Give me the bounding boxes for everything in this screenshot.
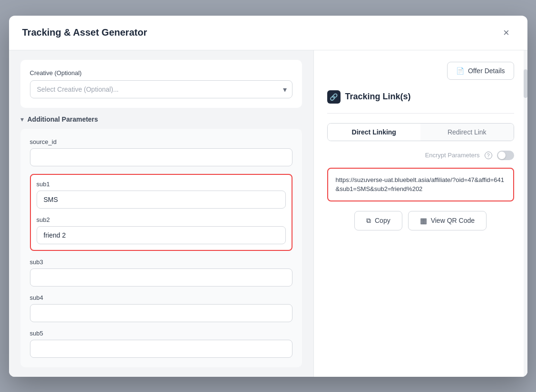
url-text: https://suzuverse-uat.bluebelt.asia/affi… (336, 176, 504, 193)
sub4-label: sub4 (30, 294, 292, 301)
sub5-label: sub5 (30, 330, 292, 337)
action-buttons: ⧉ Copy ▦ View QR Code (327, 211, 514, 230)
offer-details-label: Offer Details (468, 67, 505, 75)
sub1-sub2-highlighted: sub1 sub2 (30, 174, 292, 251)
modal-body: Creative (Optional) Select Creative (Opt… (9, 50, 527, 377)
tracking-links-section: 🔗 Tracking Link(s) Direct Linking Redire… (327, 90, 514, 230)
help-icon[interactable]: ? (485, 152, 492, 159)
close-button[interactable]: × (499, 25, 514, 40)
sub2-label: sub2 (37, 216, 286, 223)
copy-icon: ⧉ (366, 217, 371, 225)
encrypt-label: Encrypt Parameters (425, 152, 480, 159)
sub3-group: sub3 (30, 258, 292, 287)
toggle-thumb (498, 152, 506, 159)
modal: Tracking & Asset Generator × Creative (O… (9, 16, 527, 377)
left-panel: Creative (Optional) Select Creative (Opt… (9, 50, 313, 377)
sub4-input[interactable] (30, 304, 292, 322)
scrollbar-thumb (524, 69, 527, 98)
right-panel: 📄 Offer Details 🔗 Tracking Link(s) Direc… (313, 50, 527, 377)
tracking-links-title: Tracking Link(s) (345, 92, 411, 102)
copy-button[interactable]: ⧉ Copy (354, 211, 402, 230)
copy-label: Copy (375, 217, 390, 224)
source-id-group: source_id (30, 138, 292, 166)
offer-details-button[interactable]: 📄 Offer Details (447, 62, 514, 80)
chevron-icon: ▾ (20, 115, 24, 123)
sub2-input[interactable] (37, 226, 286, 244)
sub1-input[interactable] (37, 191, 286, 209)
url-box: https://suzuverse-uat.bluebelt.asia/affi… (327, 168, 514, 201)
creative-select[interactable]: Select Creative (Optional)... (30, 80, 292, 98)
additional-params-label: Additional Parameters (28, 115, 98, 123)
view-qr-button[interactable]: ▦ View QR Code (408, 211, 487, 230)
divider (327, 113, 514, 114)
file-icon: 📄 (456, 67, 464, 75)
sub5-group: sub5 (30, 330, 292, 358)
source-id-input[interactable] (30, 148, 292, 166)
creative-section: Creative (Optional) Select Creative (Opt… (20, 60, 302, 108)
scrollbar-track[interactable] (524, 50, 527, 377)
sub1-group: sub1 (37, 181, 286, 209)
encrypt-row: Encrypt Parameters ? (327, 151, 514, 160)
additional-params-toggle[interactable]: ▾ Additional Parameters (20, 108, 302, 129)
modal-header: Tracking & Asset Generator × (9, 16, 527, 50)
sub3-label: sub3 (30, 258, 292, 266)
link-icon: 🔗 (327, 90, 341, 104)
tab-direct-linking[interactable]: Direct Linking (328, 124, 421, 141)
sub4-group: sub4 (30, 294, 292, 322)
qr-icon: ▦ (420, 216, 427, 225)
source-id-label: source_id (30, 138, 292, 145)
sub2-group: sub2 (37, 216, 286, 244)
sub1-label: sub1 (37, 181, 286, 188)
sub5-input[interactable] (30, 340, 292, 358)
encrypt-toggle[interactable] (497, 151, 514, 160)
tab-redirect-link[interactable]: Redirect Link (420, 124, 514, 141)
tab-group: Direct Linking Redirect Link (327, 123, 514, 141)
modal-title: Tracking & Asset Generator (22, 27, 147, 38)
creative-label: Creative (Optional) (30, 69, 292, 76)
qr-label: View QR Code (431, 217, 475, 224)
sub3-input[interactable] (30, 268, 292, 287)
params-section: source_id sub1 sub2 (20, 129, 302, 367)
tracking-links-header: 🔗 Tracking Link(s) (327, 90, 514, 104)
creative-select-wrapper: Select Creative (Optional)... ▾ (30, 80, 292, 98)
modal-overlay: Tracking & Asset Generator × Creative (O… (0, 0, 536, 392)
